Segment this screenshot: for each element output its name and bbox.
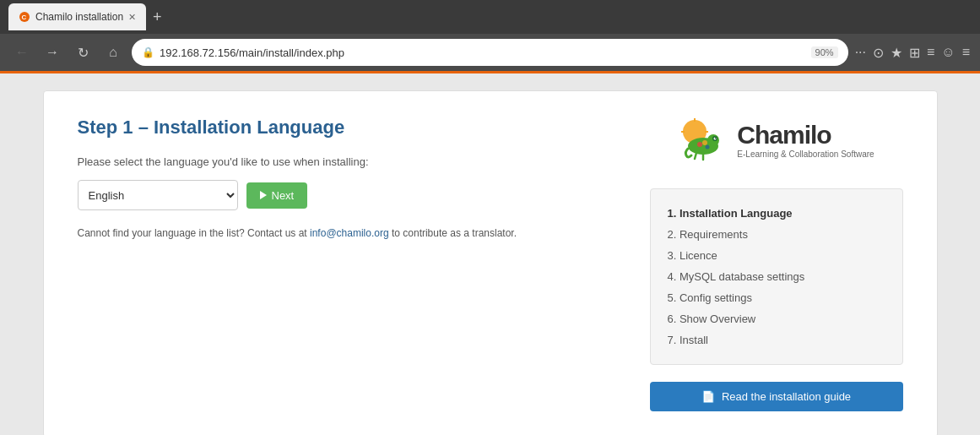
tab-title: Chamilo installation (35, 11, 123, 23)
guide-icon: 📄 (701, 390, 715, 403)
translator-note-2: to contribute as a translator. (392, 227, 517, 239)
star-button[interactable]: ★ (891, 45, 902, 61)
home-button[interactable]: ⌂ (101, 41, 125, 64)
lang-prompt: Please select the language you'd like to… (78, 155, 616, 168)
step-item-4: 4. MySQL database settings (668, 266, 885, 287)
step-item-2: 2. Requirements (668, 224, 885, 245)
step-item-5: 5. Config settings (668, 287, 885, 308)
language-select[interactable]: English French Spanish German Portuguese… (78, 180, 238, 210)
svg-point-16 (706, 145, 710, 150)
reader-button[interactable]: ≡ (927, 45, 934, 60)
svg-point-15 (702, 140, 707, 145)
read-guide-button[interactable]: 📄 Read the installation guide (650, 382, 903, 411)
chamilo-name: Chamilo (737, 121, 874, 150)
svg-line-12 (695, 153, 696, 159)
step-title: Step 1 – Installation Language (78, 117, 616, 139)
url-display: 192.168.72.156/main/install/index.php (160, 46, 806, 59)
security-icon: 🔒 (142, 46, 154, 58)
page-content: Step 1 – Installation Language Please se… (0, 73, 980, 435)
active-tab[interactable]: C Chamilo installation ✕ (8, 3, 146, 30)
lang-row: English French Spanish German Portuguese… (78, 180, 616, 210)
tab-favicon: C (19, 11, 30, 23)
tab-bar: C Chamilo installation ✕ + (8, 3, 162, 30)
more-button[interactable]: ··· (855, 45, 866, 60)
new-tab-button[interactable]: + (153, 8, 162, 26)
translator-email-link[interactable]: info@chamilo.org (310, 227, 389, 239)
next-icon (260, 191, 267, 199)
refresh-button[interactable]: ↻ (71, 41, 95, 64)
next-label: Next (272, 189, 295, 202)
chamilo-logo: Chamilo E-Learning & Collaboration Softw… (678, 117, 874, 163)
toolbar-icons: ··· ⊙ ★ ⊞ ≡ ☺ ≡ (855, 45, 970, 61)
svg-point-11 (715, 138, 716, 139)
next-button[interactable]: Next (246, 182, 308, 209)
tab-close-button[interactable]: ✕ (128, 12, 136, 23)
sync-button[interactable]: ☺ (941, 45, 955, 60)
chamilo-text: Chamilo E-Learning & Collaboration Softw… (737, 121, 874, 159)
translator-note: Cannot find your language in the list? C… (78, 227, 616, 239)
zoom-level: 90% (811, 46, 838, 58)
install-right-panel: Chamilo E-Learning & Collaboration Softw… (650, 117, 903, 411)
forward-button[interactable]: → (41, 41, 64, 64)
step-item-7: 7. Install (668, 329, 885, 351)
install-left-panel: Step 1 – Installation Language Please se… (78, 117, 616, 411)
steps-box: 1. Installation Language 2. Requirements… (650, 188, 903, 365)
back-button[interactable]: ← (10, 41, 34, 64)
step-item-6: 6. Show Overview (668, 308, 885, 329)
install-container: Step 1 – Installation Language Please se… (43, 90, 938, 435)
pocket-button[interactable]: ⊙ (873, 45, 884, 61)
address-bar[interactable]: 🔒 192.168.72.156/main/install/index.php … (132, 39, 848, 66)
address-bar-row: ← → ↻ ⌂ 🔒 192.168.72.156/main/install/in… (0, 34, 980, 71)
translator-note-1: Cannot find your language in the list? C… (78, 227, 307, 239)
svg-text:C: C (22, 14, 27, 21)
browser-chrome: C Chamilo installation ✕ + (0, 0, 980, 34)
chamilo-tagline: E-Learning & Collaboration Software (737, 150, 874, 159)
step-item-3: 3. Licence (668, 245, 885, 266)
guide-btn-label: Read the installation guide (722, 390, 851, 403)
svg-point-10 (714, 138, 717, 140)
svg-point-14 (697, 142, 702, 147)
library-button[interactable]: ⊞ (909, 45, 920, 61)
chamilo-logo-icon (678, 117, 728, 163)
step-item-1: 1. Installation Language (668, 203, 885, 224)
menu-button[interactable]: ≡ (962, 45, 970, 60)
